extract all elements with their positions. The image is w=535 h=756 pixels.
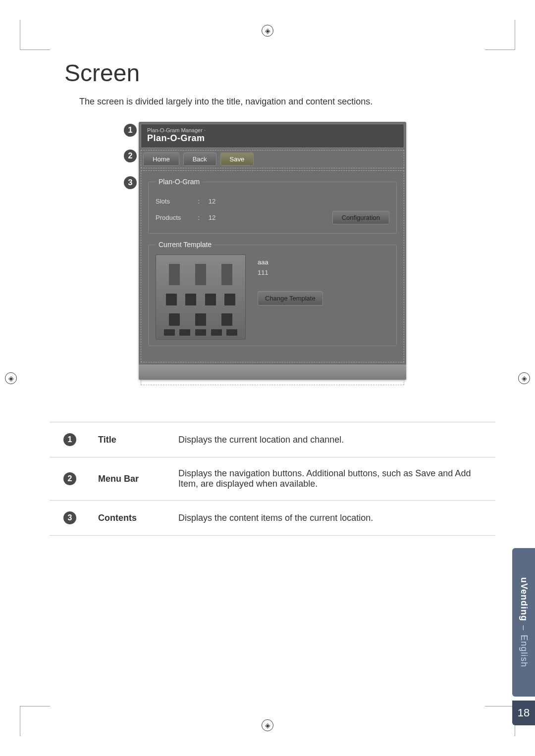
side-tab-light: English	[519, 635, 529, 667]
change-template-button[interactable]: Change Template	[258, 291, 323, 305]
products-value: 12	[202, 214, 222, 221]
products-label: Products	[156, 214, 195, 221]
back-button[interactable]: Back	[183, 152, 216, 166]
page-title: Plan-O-Gram	[147, 133, 398, 144]
crop-mark	[20, 20, 50, 50]
template-name: aaa	[258, 258, 389, 266]
configuration-button[interactable]: Configuration	[332, 211, 389, 224]
planogram-group: Plan-O-Gram Slots : 12 . Products : 12 C…	[148, 178, 397, 234]
registration-mark	[262, 25, 273, 37]
badge-2: 2	[63, 472, 76, 485]
panel-footer	[139, 364, 406, 380]
slots-label: Slots	[156, 198, 195, 205]
title-bar: Plan-O-Gram Manager · Plan-O-Gram	[141, 124, 404, 148]
row2-desc: Displays the navigation buttons. Additio…	[170, 457, 495, 501]
table-row: 2 Menu Bar Displays the navigation butto…	[50, 457, 495, 501]
side-tab: uVending – English	[512, 548, 535, 697]
current-template-group: Current Template aaa 111 C	[148, 241, 397, 346]
row3-desc: Displays the content items of the curren…	[170, 501, 495, 536]
page-heading: Screen	[64, 59, 495, 87]
colon: :	[195, 214, 202, 221]
colon: :	[195, 198, 202, 205]
content-area: Plan-O-Gram Slots : 12 . Products : 12 C…	[141, 170, 404, 362]
badge-1: 1	[63, 433, 76, 446]
callout-3: 3	[124, 176, 137, 189]
row1-name: Title	[90, 422, 170, 457]
description-table: 1 Title Displays the current location an…	[50, 422, 495, 536]
planogram-legend: Plan-O-Gram	[156, 178, 203, 186]
home-button[interactable]: Home	[143, 152, 179, 166]
crop-mark	[20, 706, 50, 736]
side-tab-bold: uVending	[519, 577, 529, 621]
table-row: 1 Title Displays the current location an…	[50, 422, 495, 457]
menu-bar: Home Back Save	[141, 150, 404, 168]
registration-mark	[262, 719, 273, 731]
table-row: 3 Contents Displays the content items of…	[50, 501, 495, 536]
callout-2: 2	[124, 150, 137, 162]
crop-mark	[485, 20, 515, 50]
intro-text: The screen is divided largely into the t…	[79, 97, 495, 107]
template-thumbnail	[156, 254, 246, 340]
registration-mark	[518, 372, 530, 384]
callout-1: 1	[124, 124, 137, 137]
template-number: 111	[258, 269, 389, 276]
badge-3: 3	[63, 511, 76, 524]
current-template-legend: Current Template	[156, 241, 214, 249]
crop-mark	[485, 706, 515, 736]
row2-name: Menu Bar	[90, 457, 170, 501]
row3-name: Contents	[90, 501, 170, 536]
app-panel: Plan-O-Gram Manager · Plan-O-Gram Home B…	[139, 122, 406, 380]
screenshot-figure: 1 2 3 Plan-O-Gram Manager · Plan-O-Gram …	[139, 122, 406, 387]
row1-desc: Displays the current location and channe…	[170, 422, 495, 457]
save-button[interactable]: Save	[220, 152, 254, 166]
registration-mark	[5, 372, 17, 384]
dashed-outline	[141, 380, 404, 385]
page-number: 18	[512, 701, 535, 725]
slots-value: 12	[202, 198, 222, 205]
breadcrumb: Plan-O-Gram Manager ·	[147, 127, 398, 133]
side-tab-dash: –	[519, 625, 529, 631]
